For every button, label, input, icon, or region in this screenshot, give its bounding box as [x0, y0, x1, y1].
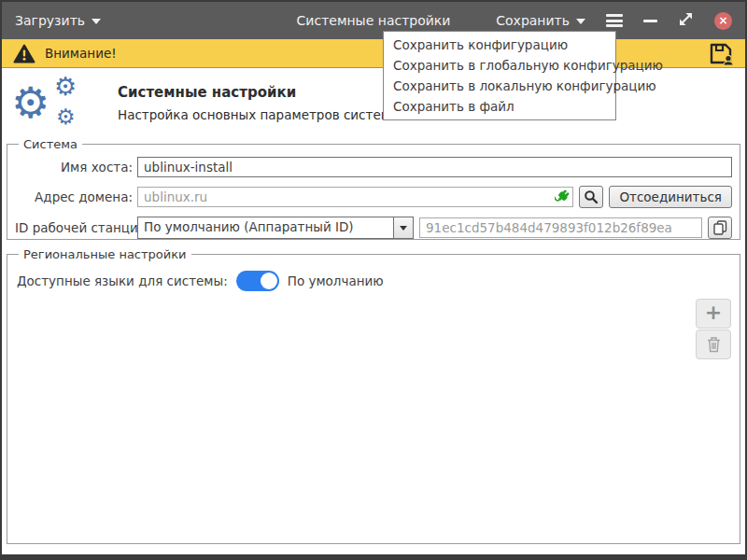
expand-icon — [678, 11, 694, 27]
warning-triangle-icon — [13, 44, 35, 63]
add-language-button[interactable]: + — [696, 299, 731, 329]
titlebar: Загрузить Системные настройки Сохранить … — [2, 2, 745, 39]
select-arrow-button[interactable] — [393, 217, 413, 238]
workstation-id-label: ID рабочей станции: — [15, 220, 133, 235]
copy-icon — [713, 220, 727, 235]
regional-section-legend: Региональные настройки — [19, 247, 191, 261]
hostname-label: Имя хоста: — [15, 160, 133, 175]
disconnect-button[interactable]: Отсоединиться — [609, 186, 732, 208]
workstation-id-value-field[interactable] — [419, 217, 702, 238]
search-icon — [584, 189, 599, 204]
copy-id-button[interactable] — [708, 217, 732, 239]
close-button[interactable]: × — [714, 12, 732, 30]
languages-default-toggle[interactable] — [236, 271, 279, 291]
load-dropdown-label: Загрузить — [15, 13, 85, 28]
load-dropdown-button[interactable]: Загрузить — [15, 13, 101, 28]
save-dropdown-button[interactable]: Сохранить — [496, 13, 585, 28]
domain-label: Адрес домена: — [15, 189, 133, 204]
menu-icon[interactable] — [606, 12, 623, 30]
languages-label: Доступные языки для системы: — [17, 273, 228, 288]
menu-item-save-global-config[interactable]: Сохранить в глобальную конфигурацию — [384, 55, 615, 76]
trash-icon — [706, 336, 722, 353]
caret-down-icon — [576, 19, 585, 24]
window-title: Системные настройки — [297, 13, 451, 28]
floppy-save-icon — [709, 42, 734, 65]
page-subtitle: Настройка основных параметров системы — [118, 107, 401, 122]
app-window: Загрузить Системные настройки Сохранить … — [0, 0, 747, 560]
domain-input[interactable] — [137, 187, 573, 207]
workstation-id-select[interactable]: По умолчанию (Аппаратный ID) — [137, 217, 414, 239]
toggle-knob — [261, 273, 277, 289]
menu-item-save-config[interactable]: Сохранить конфигурацию — [384, 35, 615, 55]
save-dropdown-menu: Сохранить конфигурацию Сохранить в глоба… — [383, 31, 616, 120]
maximize-button[interactable] — [678, 11, 694, 31]
hostname-input[interactable] — [137, 157, 732, 177]
minimize-button[interactable] — [643, 20, 657, 22]
page-title: Системные настройки — [118, 84, 401, 101]
warning-text: Внимание! — [45, 46, 117, 61]
menu-item-save-local-config[interactable]: Сохранить в локальную конфигурацию — [384, 76, 615, 96]
system-section-legend: Система — [19, 137, 82, 151]
delete-language-button[interactable] — [696, 329, 731, 359]
languages-toggle-value: По умолчанию — [288, 273, 384, 288]
plug-connected-icon — [555, 189, 570, 208]
save-dropdown-label: Сохранить — [496, 13, 570, 28]
plus-icon: + — [705, 302, 722, 323]
system-settings-gears-icon: ⚙ ⚙ ⚙ — [11, 76, 92, 132]
caret-down-icon — [400, 226, 407, 231]
workstation-id-selected-option: По умолчанию (Аппаратный ID) — [138, 217, 393, 238]
search-domain-button[interactable] — [579, 186, 603, 208]
regional-section: Региональные настройки Доступные языки д… — [7, 247, 740, 544]
caret-down-icon — [92, 19, 101, 24]
system-section: Система Имя хоста: Адрес домена: — [7, 137, 740, 240]
save-user-config-button[interactable] — [709, 42, 734, 65]
menu-item-save-to-file[interactable]: Сохранить в файл — [384, 96, 615, 117]
